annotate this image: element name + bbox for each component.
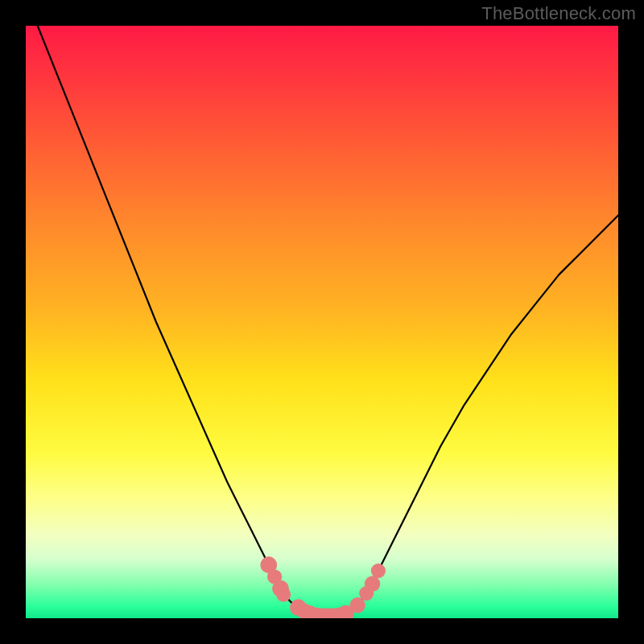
watermark-label: TheBottleneck.com <box>481 3 636 24</box>
data-marker <box>365 576 381 592</box>
bottleneck-curve <box>38 26 618 616</box>
chart-frame: TheBottleneck.com <box>0 0 644 644</box>
marker-group <box>260 556 386 618</box>
curve-group <box>38 26 618 616</box>
data-marker <box>371 564 386 578</box>
curve-layer <box>26 26 618 618</box>
data-marker <box>276 587 291 601</box>
plot-area <box>26 26 618 618</box>
